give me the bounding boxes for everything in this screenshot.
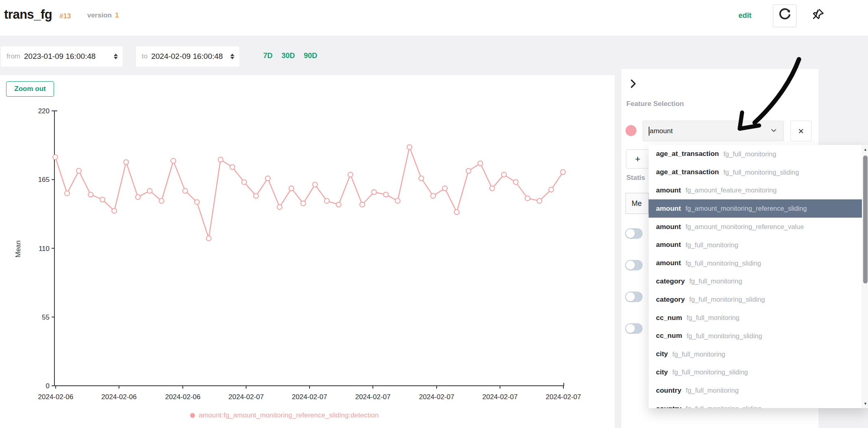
version-label: version	[87, 11, 112, 19]
data-point-marker	[454, 210, 459, 214]
chevron-down-icon[interactable]	[770, 126, 778, 136]
toggle-knob	[626, 261, 635, 270]
add-feature-button[interactable]: +	[626, 149, 649, 169]
x-tick-label: 2024-02-06	[102, 393, 137, 401]
data-point-marker	[195, 200, 199, 205]
dropdown-item-feature-group: fg_full_monitoring_sliding	[672, 368, 748, 376]
quick-range-90d[interactable]: 90D	[304, 52, 317, 60]
dropdown-item[interactable]: amountfg_amount_monitoring_reference_val…	[649, 218, 862, 236]
x-tick-label: 2024-02-07	[292, 393, 327, 401]
y-tick-label: 55	[42, 313, 50, 321]
pin-button[interactable]	[810, 7, 826, 24]
dropdown-item[interactable]: categoryfg_full_monitoring	[649, 272, 862, 291]
x-tick-label: 2024-02-07	[546, 393, 581, 401]
dropdown-item-feature-group: fg_full_monitoring	[686, 314, 739, 322]
quick-range-7d[interactable]: 7D	[263, 52, 273, 60]
data-point-marker	[372, 190, 377, 195]
dropdown-item-feature: amount	[656, 223, 681, 231]
data-point-marker	[230, 165, 235, 170]
data-point-marker	[525, 196, 530, 201]
statistic-toggle-3[interactable]	[625, 292, 643, 302]
dropdown-scrollbar[interactable]: ▲ ▼	[862, 145, 868, 408]
clear-feature-button[interactable]: ×	[790, 121, 812, 141]
dropdown-item-feature-group: fg_amount_monitoring_reference_value	[685, 223, 804, 231]
collapse-panel-chevron-right-icon[interactable]	[628, 77, 639, 91]
to-date-stepper-icon[interactable]	[230, 54, 234, 59]
dropdown-item[interactable]: age_at_transactionfg_full_monitoring	[649, 145, 862, 163]
data-point-marker	[325, 199, 329, 203]
data-point-marker	[561, 170, 565, 175]
dropdown-items: age_at_transactionfg_full_monitoringage_…	[649, 145, 862, 408]
y-axis-label: Mean	[14, 240, 22, 258]
title-block: trans_fg #13 version 1	[4, 7, 119, 22]
data-point-marker	[265, 176, 270, 181]
dropdown-item-feature-group: fg_full_monitoring	[672, 350, 725, 358]
dropdown-item-feature: cc_num	[656, 332, 682, 340]
axis-lines	[54, 111, 564, 386]
from-date-value[interactable]: 2023-01-09 16:00:48	[24, 52, 110, 61]
dropdown-item[interactable]: age_at_transactionfg_full_monitoring_sli…	[649, 163, 862, 182]
dropdown-item[interactable]: amountfg_full_monitoring	[649, 236, 862, 254]
data-point-marker	[419, 176, 424, 181]
dropdown-item-feature-group: fg_amount_feature_monitoring	[685, 186, 777, 194]
to-date-value[interactable]: 2024-02-09 16:00:48	[151, 52, 227, 61]
zoom-out-button[interactable]: Zoom out	[6, 81, 54, 97]
metric-select[interactable]: Me	[626, 193, 649, 214]
dropdown-item[interactable]: amountfg_amount_feature_monitoring	[649, 182, 862, 200]
dropdown-item[interactable]: amountfg_amount_monitoring_reference_sli…	[649, 199, 868, 218]
dropdown-item[interactable]: cc_numfg_full_monitoring	[649, 309, 862, 327]
statistic-toggle-4[interactable]	[625, 323, 643, 334]
data-point-marker	[431, 193, 435, 198]
refresh-button[interactable]	[773, 4, 797, 27]
y-tick-label: 0	[46, 382, 50, 390]
x-tick-label: 2024-02-07	[483, 393, 518, 401]
dropdown-item[interactable]: amountfg_full_monitoring_sliding	[649, 254, 862, 272]
close-icon: ×	[798, 125, 804, 137]
dropdown-item[interactable]: cityfg_full_monitoring_sliding	[649, 363, 862, 382]
data-point-marker	[313, 182, 318, 187]
dropdown-item[interactable]: cc_numfg_full_monitoring_sliding	[649, 327, 862, 345]
from-date-input[interactable]: from 2023-01-09 16:00:48	[1, 46, 123, 67]
dropdown-item-feature: amount	[656, 205, 681, 213]
version-value[interactable]: 1	[115, 11, 119, 19]
edit-link[interactable]: edit	[738, 11, 751, 20]
dropdown-item[interactable]: countryfg_full_monitoring_sliding	[649, 400, 862, 408]
data-point-marker	[206, 236, 211, 241]
text-caret	[649, 127, 649, 136]
x-tick-label: 2024-02-06	[165, 393, 201, 401]
data-point-marker	[289, 186, 294, 191]
data-point-marker	[549, 187, 554, 192]
statistic-toggle-1[interactable]	[625, 228, 643, 239]
statistic-toggle-2[interactable]	[625, 260, 643, 270]
scroll-up-icon[interactable]: ▲	[862, 147, 868, 151]
quick-range-30d[interactable]: 30D	[281, 52, 295, 60]
from-date-stepper-icon[interactable]	[114, 54, 118, 59]
y-tick-label: 110	[39, 245, 50, 253]
scroll-down-icon[interactable]: ▼	[862, 402, 868, 406]
feature-dropdown-list: age_at_transactionfg_full_monitoringage_…	[649, 145, 868, 408]
data-point-marker	[136, 195, 141, 199]
feature-select-value[interactable]: amount	[650, 127, 770, 135]
dropdown-item-feature: country	[656, 405, 681, 408]
toggle-knob	[626, 324, 635, 333]
dropdown-item[interactable]: cityfg_full_monitoring	[649, 345, 862, 363]
data-point-marker	[407, 145, 412, 149]
dropdown-item-feature-group: fg_full_monitoring	[689, 277, 742, 285]
from-label: from	[6, 52, 20, 61]
refresh-icon	[778, 8, 792, 24]
dropdown-item-feature-group: fg_amount_monitoring_reference_sliding	[685, 205, 807, 212]
dropdown-item[interactable]: categoryfg_full_monitoring_sliding	[649, 290, 862, 309]
series-line	[55, 147, 563, 238]
data-point-marker	[242, 179, 247, 184]
feature-select-input[interactable]: amount	[643, 121, 784, 141]
legend-dot-icon	[190, 413, 195, 418]
quick-range-links: 7D30D90D	[263, 52, 317, 60]
panel-title: Feature Selection	[626, 100, 684, 108]
scrollbar-thumb[interactable]	[863, 156, 868, 283]
toggle-knob	[626, 292, 635, 301]
dropdown-item[interactable]: countryfg_full_monitoring	[649, 381, 862, 400]
mean-line-chart: 0551101652202024-02-062024-02-062024-02-…	[0, 75, 615, 428]
data-point-marker	[277, 205, 282, 210]
to-date-input[interactable]: to 2024-02-09 16:00:48	[136, 46, 239, 67]
x-tick-label: 2024-02-06	[38, 393, 74, 401]
